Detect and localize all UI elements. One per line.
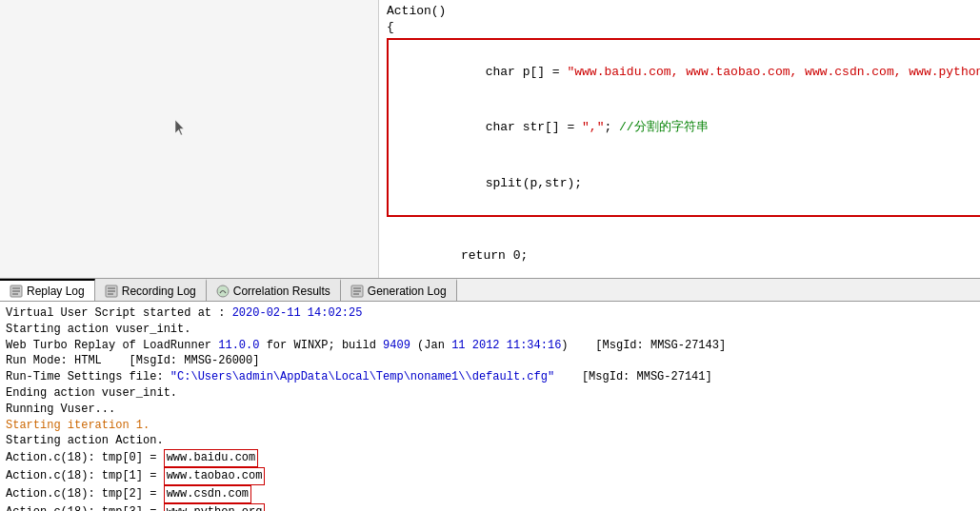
log-timestamp: 2020-02-11 14:02:25: [232, 306, 363, 320]
code-highlighted-block: char p[] = "www.baidu.com, www.taobao.co…: [387, 38, 980, 217]
code-line-3: split(p,str);: [396, 155, 980, 211]
tab-replay-log[interactable]: Replay Log: [0, 279, 95, 301]
log-line-5: Run-Time Settings file: "C:\Users\admin\…: [6, 369, 974, 385]
tab-replay-log-label: Replay Log: [27, 285, 85, 298]
log-line-tmp1: Action.c(18): tmp[1] = www.taobao.com: [6, 467, 974, 485]
log-build: 9409: [383, 339, 410, 352]
left-panel: [0, 0, 379, 278]
log-line-tmp0: Action.c(18): tmp[0] = www.baidu.com: [6, 449, 974, 467]
log-version: 11.0.0: [218, 339, 259, 352]
code-line-2: char str[] = ","; //分割的字符串: [396, 100, 980, 156]
code-return-text: return 0;: [431, 248, 528, 263]
log-value-tmp3: www.python.org: [164, 503, 266, 511]
log-line-1: Virtual User Script started at : 2020-02…: [6, 305, 974, 322]
log-line-2: Starting action vuser_init.: [6, 322, 974, 338]
code-comment-1: //分割的字符串: [619, 120, 709, 134]
tab-generation-log[interactable]: Generation Log: [341, 279, 457, 301]
log-line-iteration: Starting iteration 1.: [6, 418, 974, 434]
tab-correlation-results-label: Correlation Results: [233, 285, 330, 298]
log-line-action-start: Starting action Action.: [6, 433, 974, 449]
main-content: Action() { char p[] = "www.baidu.com, ww…: [0, 0, 980, 278]
log-filepath: "C:\Users\admin\AppData\Local\Temp\nonam…: [170, 370, 554, 383]
mouse-cursor-icon: [175, 120, 187, 137]
log-date: 11 2012 11:34:16: [451, 339, 561, 352]
correlation-icon: [216, 285, 230, 298]
log-value-tmp2: www.csdn.com: [164, 485, 251, 503]
tab-generation-log-label: Generation Log: [368, 285, 447, 298]
code-string-2: ",": [582, 120, 604, 134]
recording-log-icon: [105, 285, 118, 298]
log-line-3: Web Turbo Replay of LoadRunner 11.0.0 fo…: [6, 338, 974, 354]
log-line-tmp3: Action.c(18): tmp[3] = www.python.org: [6, 503, 974, 511]
code-function-header: Action(): [387, 4, 972, 18]
log-line-7: Running Vuser...: [6, 402, 974, 418]
code-panel: Action() { char p[] = "www.baidu.com, ww…: [379, 0, 980, 278]
tab-correlation-results[interactable]: Correlation Results: [207, 279, 341, 301]
code-text-2a: char str[] =: [455, 120, 582, 134]
code-string-1: "www.baidu.com, www.taobao.com, www.csdn…: [567, 65, 980, 79]
cursor-area: [0, 0, 362, 257]
tabs-bar: Replay Log Recording Log Correlation Res…: [0, 279, 980, 302]
code-text-2b: ;: [604, 120, 619, 134]
generation-log-icon: [350, 285, 364, 298]
log-line-tmp2: Action.c(18): tmp[2] = www.csdn.com: [6, 485, 974, 503]
replay-log-icon: [10, 285, 23, 298]
log-value-tmp0: www.baidu.com: [164, 449, 259, 467]
code-open-brace: {: [387, 20, 972, 34]
code-text-1a: char p[] =: [455, 65, 567, 79]
log-content: Virtual User Script started at : 2020-02…: [0, 302, 980, 511]
log-line-4: Run Mode: HTML [MsgId: MMSG-26000]: [6, 353, 974, 369]
log-line-6: Ending action vuser_init.: [6, 385, 974, 402]
code-line-1: char p[] = "www.baidu.com, www.taobao.co…: [396, 44, 980, 100]
bottom-panel: Replay Log Recording Log Correlation Res…: [0, 278, 980, 511]
tab-recording-log-label: Recording Log: [122, 285, 196, 298]
log-value-tmp1: www.taobao.com: [164, 467, 266, 485]
code-return-line: return 0;: [387, 228, 972, 279]
code-text-3: split(p,str);: [455, 176, 582, 190]
tab-recording-log[interactable]: Recording Log: [95, 279, 207, 301]
